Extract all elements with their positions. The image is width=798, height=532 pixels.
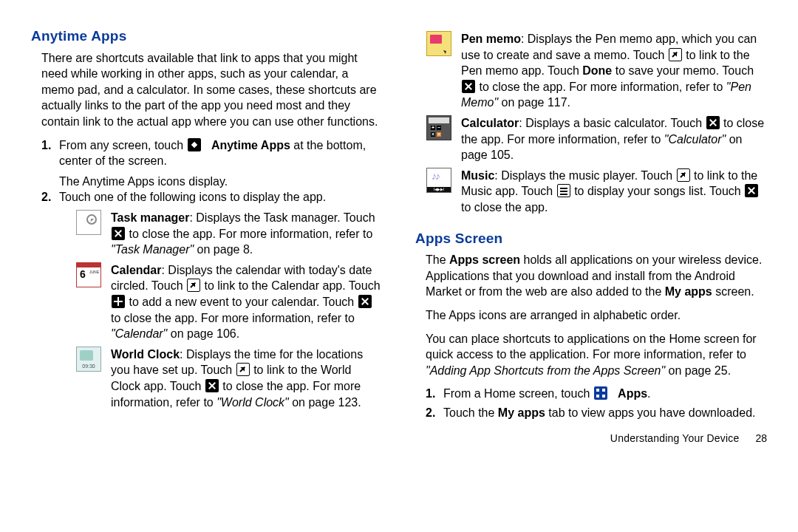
world-clock-icon: 09:30	[76, 347, 101, 372]
step-body: From any screen, touch Anytime Apps at t…	[59, 137, 383, 169]
step-body: From a Home screen, touch Apps.	[443, 386, 767, 402]
close-icon	[706, 116, 720, 129]
plus-icon	[112, 295, 125, 308]
step-2: 2. Touch one of the following icons to d…	[41, 189, 383, 205]
step-1: 1. From any screen, touch Anytime Apps a…	[41, 137, 383, 169]
anytime-apps-icon	[188, 138, 201, 151]
intro-paragraph: There are shortcuts available that link …	[41, 50, 383, 130]
footer-page-number: 28	[755, 432, 767, 444]
step-body: Touch the My apps tab to view apps you h…	[443, 405, 767, 421]
left-column: Anytime Apps There are shortcuts availab…	[31, 27, 383, 517]
step-number: 1.	[41, 137, 59, 154]
calculator-icon: +− ×=	[426, 115, 451, 140]
pen-memo-text: Pen memo: Displays the Pen memo app, whi…	[461, 31, 767, 111]
task-manager-text: Task manager: Displays the Task manager.…	[111, 210, 383, 258]
step-number: 2.	[426, 405, 443, 421]
step-body: Touch one of the following icons to disp…	[59, 189, 383, 205]
app-row-calculator: +− ×= Calculator: Displays a basic calcu…	[426, 115, 767, 163]
calendar-icon: 6 JUNE	[76, 262, 101, 287]
task-manager-icon	[76, 210, 101, 235]
app-row-music: I◀▶▶I Music: Displays the music player. …	[426, 168, 767, 216]
step-1-sub: The Anytime Apps icons display.	[59, 174, 383, 190]
apps-grid-icon	[594, 386, 607, 400]
footer-section-label: Understanding Your Device	[610, 432, 740, 444]
link-icon	[669, 48, 682, 61]
app-row-pen-memo: Pen memo: Displays the Pen memo app, whi…	[426, 31, 767, 111]
close-icon	[112, 227, 125, 240]
music-text: Music: Displays the music player. Touch …	[461, 168, 767, 216]
link-icon	[187, 279, 200, 292]
right-column: Pen memo: Displays the Pen memo app, whi…	[415, 27, 767, 517]
apps-step-2: 2. Touch the My apps tab to view apps yo…	[426, 405, 767, 421]
page-footer: Understanding Your Device 28	[415, 432, 767, 446]
section-title-anytime-apps: Anytime Apps	[31, 27, 383, 46]
close-icon	[205, 379, 219, 392]
pen-memo-icon	[426, 31, 451, 56]
apps-step-1: 1. From a Home screen, touch Apps.	[426, 386, 767, 402]
calculator-text: Calculator: Displays a basic calculator.…	[461, 115, 767, 163]
close-icon	[462, 80, 475, 93]
section-title-apps-screen: Apps Screen	[415, 229, 767, 248]
link-icon	[677, 168, 690, 182]
step-number: 2.	[41, 189, 59, 205]
app-row-task-manager: Task manager: Displays the Task manager.…	[75, 210, 383, 258]
app-row-world-clock: 09:30 World Clock: Displays the time for…	[75, 347, 383, 410]
step-number: 1.	[426, 386, 443, 402]
link-icon	[236, 363, 250, 376]
calendar-text: Calendar: Displays the calendar with tod…	[111, 262, 383, 342]
close-icon	[358, 295, 372, 308]
app-row-calendar: 6 JUNE Calendar: Displays the calendar w…	[75, 262, 383, 342]
close-icon	[745, 184, 758, 197]
apps-order: The Apps icons are arranged in alphabeti…	[426, 307, 767, 324]
music-icon: I◀▶▶I	[426, 168, 451, 193]
list-icon	[557, 184, 570, 197]
world-clock-text: World Clock: Displays the time for the l…	[111, 347, 383, 410]
apps-intro: The Apps screen holds all applications o…	[426, 252, 767, 300]
manual-page: Anytime Apps There are shortcuts availab…	[0, 0, 798, 532]
apps-shortcuts: You can place shortcuts to applications …	[426, 331, 767, 379]
